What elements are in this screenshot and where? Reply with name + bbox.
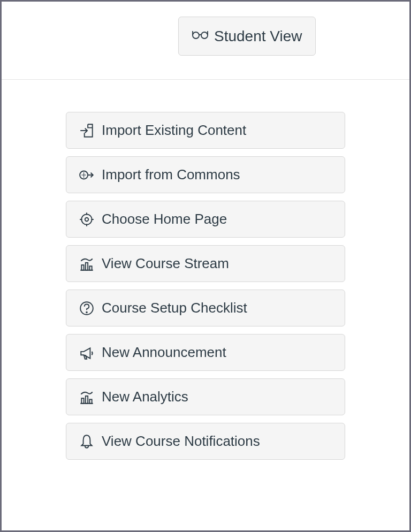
- course-actions-list: Import Existing Content Import from Comm…: [2, 80, 409, 460]
- action-label: New Announcement: [102, 344, 226, 361]
- student-view-label: Student View: [214, 28, 302, 45]
- import-icon: [78, 123, 95, 139]
- svg-point-3: [81, 214, 92, 224]
- commons-icon: [78, 167, 95, 183]
- student-view-button[interactable]: Student View: [178, 17, 316, 56]
- megaphone-icon: [78, 345, 95, 361]
- top-toolbar: Student View: [2, 2, 409, 80]
- svg-rect-5: [81, 265, 83, 270]
- action-label: Choose Home Page: [102, 211, 227, 227]
- svg-point-9: [86, 311, 87, 313]
- analytics-icon: [78, 256, 95, 272]
- analytics-icon: [78, 389, 95, 405]
- svg-point-1: [201, 32, 208, 39]
- action-label: View Course Stream: [102, 255, 229, 272]
- svg-rect-6: [86, 262, 88, 270]
- svg-rect-10: [81, 398, 83, 404]
- action-label: Course Setup Checklist: [102, 300, 247, 316]
- new-announcement-button[interactable]: New Announcement: [66, 334, 345, 371]
- action-label: New Analytics: [102, 389, 188, 405]
- course-setup-checklist-button[interactable]: Course Setup Checklist: [66, 290, 345, 326]
- svg-point-0: [193, 32, 199, 39]
- new-analytics-button[interactable]: New Analytics: [66, 378, 345, 415]
- import-from-commons-button[interactable]: Import from Commons: [66, 156, 345, 193]
- action-label: Import Existing Content: [102, 122, 246, 139]
- glasses-icon: [192, 26, 209, 47]
- action-label: View Course Notifications: [102, 433, 260, 450]
- choose-home-page-button[interactable]: Choose Home Page: [66, 201, 345, 238]
- svg-rect-11: [86, 396, 88, 403]
- target-icon: [78, 211, 95, 227]
- import-existing-content-button[interactable]: Import Existing Content: [66, 112, 345, 149]
- view-course-stream-button[interactable]: View Course Stream: [66, 245, 345, 282]
- svg-rect-12: [89, 399, 92, 404]
- action-label: Import from Commons: [102, 166, 240, 183]
- svg-rect-7: [89, 266, 92, 270]
- help-icon: [78, 300, 95, 316]
- svg-point-4: [85, 217, 88, 221]
- view-course-notifications-button[interactable]: View Course Notifications: [66, 423, 345, 460]
- bell-icon: [78, 434, 95, 450]
